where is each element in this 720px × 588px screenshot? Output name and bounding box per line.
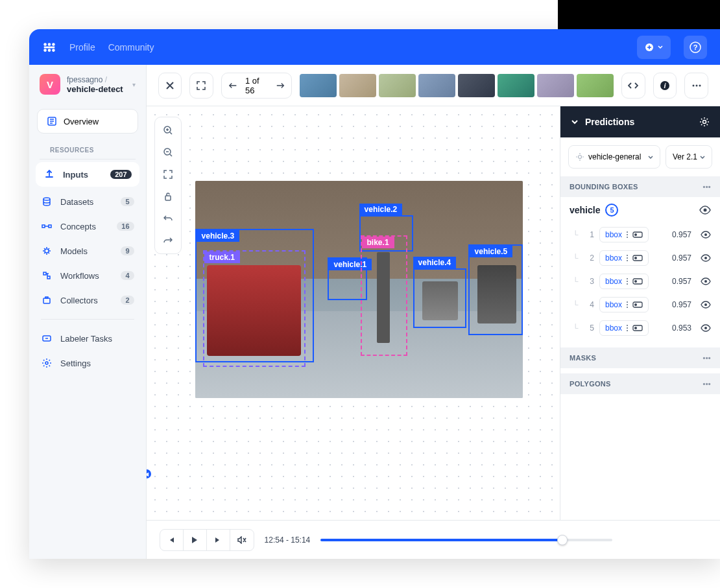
- visibility-toggle[interactable]: [701, 231, 711, 239]
- svg-point-58: [704, 327, 707, 329]
- prediction-row[interactable]: └1bbox0.957: [560, 223, 720, 246]
- nav-community[interactable]: Community: [108, 42, 154, 53]
- bbox-label: truck.1: [204, 252, 240, 263]
- more-button[interactable]: [684, 73, 708, 99]
- sidebar-item-inputs[interactable]: Inputs 207: [36, 162, 139, 187]
- svg-point-42: [627, 281, 628, 282]
- sidebar-item-models[interactable]: Models 9: [29, 239, 146, 263]
- bounding-box[interactable]: truck.1: [203, 250, 306, 367]
- visibility-toggle[interactable]: [701, 301, 711, 309]
- more-icon[interactable]: •••: [703, 354, 711, 362]
- sidebar-item-settings[interactable]: Settings: [29, 351, 146, 375]
- sidebar-item-concepts[interactable]: Concepts 16: [29, 214, 146, 239]
- info-button[interactable]: i: [653, 73, 677, 99]
- undo-button[interactable]: [158, 208, 178, 229]
- section-masks[interactable]: MASKS •••: [560, 347, 720, 368]
- svg-rect-13: [49, 225, 51, 228]
- skip-forward-icon: [214, 536, 222, 544]
- sidebar-item-datasets[interactable]: Datasets 5: [29, 189, 146, 214]
- visibility-toggle[interactable]: [701, 254, 711, 262]
- thumbnail[interactable]: [577, 74, 614, 97]
- section-label: BOUNDING BOXES: [570, 183, 638, 191]
- project-selector[interactable]: V fpessagno / vehicle-detect ▾: [29, 65, 146, 104]
- bbox-chip[interactable]: bbox: [599, 320, 649, 336]
- nav-badge: 5: [121, 197, 134, 206]
- sidebar-item-label: Datasets: [60, 197, 93, 207]
- nav-profile[interactable]: Profile: [69, 42, 95, 53]
- thumbnail[interactable]: [379, 74, 416, 97]
- skip-forward-button[interactable]: [207, 530, 230, 550]
- svg-point-46: [704, 280, 707, 283]
- next-button[interactable]: [276, 82, 285, 89]
- bbox-chip[interactable]: bbox: [599, 227, 649, 242]
- prediction-row[interactable]: └4bbox0.957: [560, 293, 720, 316]
- svg-point-39: [634, 257, 637, 259]
- lock-button[interactable]: [158, 186, 178, 207]
- thumbnail[interactable]: [537, 74, 574, 97]
- plus-icon: [645, 43, 654, 52]
- section-bounding-boxes[interactable]: BOUNDING BOXES •••: [560, 176, 720, 197]
- model-select[interactable]: vehicle-general: [568, 145, 660, 169]
- visibility-toggle[interactable]: [701, 277, 711, 285]
- bounding-box[interactable]: vehicle.5: [468, 244, 523, 335]
- svg-point-2: [52, 43, 55, 46]
- zoom-in-button[interactable]: [158, 120, 178, 141]
- bbox-chip[interactable]: bbox: [599, 250, 649, 266]
- avatar: V: [40, 74, 60, 95]
- play-button[interactable]: [184, 530, 207, 550]
- sidebar-item-collectors[interactable]: Collectors 2: [29, 288, 146, 312]
- more-icon[interactable]: •••: [703, 183, 711, 191]
- thumbnail[interactable]: [498, 74, 534, 97]
- thumbnail[interactable]: [300, 74, 337, 97]
- svg-point-17: [45, 362, 48, 364]
- username: fpessagno: [67, 75, 102, 84]
- zoom-out-button[interactable]: [158, 142, 178, 163]
- svg-point-20: [692, 84, 694, 86]
- help-button[interactable]: ?: [684, 36, 707, 59]
- image-viewer[interactable]: vehicle.3truck.1vehicle.1vehicle.2bike.1…: [195, 181, 523, 398]
- fit-button[interactable]: [158, 164, 178, 185]
- close-button[interactable]: [158, 73, 182, 99]
- bbox-chip[interactable]: bbox: [599, 297, 649, 312]
- thumbnail[interactable]: [339, 74, 376, 97]
- visibility-toggle[interactable]: [699, 206, 711, 215]
- code-button[interactable]: [621, 73, 645, 99]
- mute-button[interactable]: [230, 530, 254, 550]
- scrubber-handle[interactable]: [557, 535, 568, 545]
- version-select[interactable]: Ver 2.1: [666, 145, 712, 169]
- svg-point-0: [43, 43, 47, 46]
- mute-icon: [237, 536, 246, 544]
- svg-point-31: [627, 237, 628, 238]
- prev-button[interactable]: [228, 82, 237, 89]
- bbox-chip[interactable]: bbox: [599, 274, 649, 289]
- visibility-toggle[interactable]: [701, 324, 711, 332]
- svg-point-34: [704, 233, 707, 236]
- bounding-box[interactable]: bike.1: [361, 235, 407, 356]
- sidebar-item-labeler[interactable]: Labeler Tasks: [29, 326, 146, 351]
- sidebar-item-workflows[interactable]: Workflows 4: [29, 263, 146, 288]
- prediction-row[interactable]: └3bbox0.957: [560, 270, 720, 293]
- svg-point-41: [627, 278, 628, 279]
- concept-row: vehicle 5: [560, 197, 720, 223]
- panel-header[interactable]: Predictions: [560, 106, 720, 137]
- canvas-area[interactable]: ◀ vehicle.3truck.1vehicle.1vehicle.2bike…: [147, 106, 560, 520]
- skip-back-button[interactable]: [160, 530, 184, 550]
- gear-icon[interactable]: [699, 117, 710, 127]
- section-label: MASKS: [570, 354, 596, 362]
- more-icon: [692, 84, 701, 87]
- svg-point-35: [627, 255, 628, 256]
- add-button[interactable]: [637, 36, 671, 59]
- toolbar: 1 of 56 i: [147, 65, 720, 106]
- section-polygons[interactable]: POLYGONS •••: [560, 373, 720, 394]
- thumbnail[interactable]: [418, 74, 455, 97]
- overview-link[interactable]: Overview: [37, 109, 138, 134]
- bounding-box[interactable]: vehicle.4: [413, 268, 466, 328]
- zoom-out-icon: [163, 147, 173, 158]
- redo-button[interactable]: [158, 230, 178, 251]
- prediction-row[interactable]: └5bbox0.953: [560, 316, 720, 340]
- thumbnail[interactable]: [458, 74, 495, 97]
- scrubber[interactable]: [320, 539, 612, 541]
- fullscreen-button[interactable]: [189, 73, 213, 99]
- more-icon[interactable]: •••: [703, 380, 711, 388]
- prediction-row[interactable]: └2bbox0.957: [560, 246, 720, 270]
